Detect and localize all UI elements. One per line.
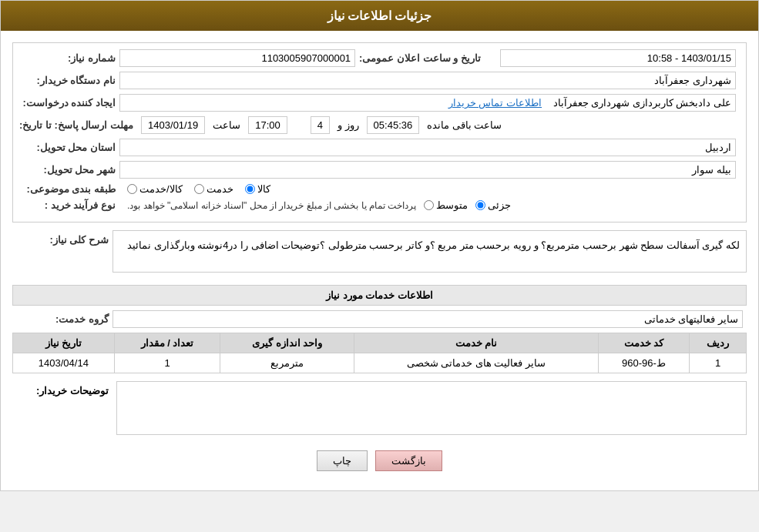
province-value: اردبیل <box>119 139 736 156</box>
creator-value: علی دادبخش کاربردازی شهرداری جعفرآباد اط… <box>119 94 736 112</box>
table-header: ردیف کد خدمت نام خدمت واحد اندازه گیری ت… <box>13 333 747 353</box>
process-option-minor[interactable]: جزئی <box>475 199 511 211</box>
row-service-group: گروه خدمت: سایر فعالیتهای خدماتی <box>12 310 747 328</box>
table-row: 1 ط-96-960 سایر فعالیت های خدماتی شخصی م… <box>13 353 747 373</box>
col-name: نام خدمت <box>354 333 599 353</box>
comments-textarea[interactable] <box>116 381 747 435</box>
page-container: جزئیات اطلاعات نیاز شماره نیاز: 11030059… <box>0 0 759 491</box>
cell-date: 1403/04/14 <box>13 353 115 373</box>
cell-row: 1 <box>690 353 747 373</box>
need-number-label: شماره نیاز: <box>19 52 119 64</box>
col-code: کد خدمت <box>598 333 689 353</box>
cell-code: ط-96-960 <box>598 353 689 373</box>
deadline-date: 1403/01/19 <box>141 116 205 134</box>
row-process: نوع فرآیند خرید : پرداخت تمام یا بخشی از… <box>19 199 740 211</box>
col-row: ردیف <box>690 333 747 353</box>
deadline-remaining: 05:45:36 <box>367 116 420 134</box>
content-area: شماره نیاز: 1103005907000001 تاریخ و ساع… <box>1 31 758 490</box>
comments-row: توضیحات خریدار: <box>12 381 747 435</box>
comments-section: توضیحات خریدار: <box>12 381 747 435</box>
main-info-section: شماره نیاز: 1103005907000001 تاریخ و ساع… <box>12 42 747 223</box>
category-option-khedmat[interactable]: خدمت <box>194 183 233 195</box>
back-button[interactable]: بازگشت <box>375 450 442 471</box>
category-option-kala[interactable]: کالا <box>245 183 270 195</box>
category-radio-group: کالا/خدمت خدمت کالا <box>127 183 270 195</box>
service-group-label: گروه خدمت: <box>12 313 113 325</box>
row-description: شرح کلی نیاز: لکه گیری آسفالت سطح شهر بر… <box>12 230 747 280</box>
creator-label: ایجاد کننده درخواست: <box>19 97 119 109</box>
services-table: ردیف کد خدمت نام خدمت واحد اندازه گیری ت… <box>12 333 747 373</box>
announcement-label: تاریخ و ساعت اعلان عمومی: <box>359 52 485 64</box>
row-city: شهر محل تحویل: بیله سوار <box>19 161 740 179</box>
row-buyer-org: نام دستگاه خریدار: شهرداری جعفرآباد <box>19 72 740 89</box>
page-header: جزئیات اطلاعات نیاز <box>1 1 758 31</box>
row-province: استان محل تحویل: اردبیل <box>19 139 740 156</box>
table-body: 1 ط-96-960 سایر فعالیت های خدماتی شخصی م… <box>13 353 747 373</box>
buyer-org-value: شهرداری جعفرآباد <box>119 72 736 89</box>
city-label: شهر محل تحویل: <box>19 164 119 176</box>
services-section-title: اطلاعات خدمات مورد نیاز <box>12 285 747 306</box>
comments-label: توضیحات خریدار: <box>12 381 113 396</box>
process-option-medium[interactable]: متوسط <box>424 199 468 211</box>
process-label: نوع فرآیند خرید : <box>19 199 119 211</box>
process-note: پرداخت تمام یا بخشی از مبلغ خریدار از مح… <box>127 200 416 211</box>
cell-name: سایر فعالیت های خدماتی شخصی <box>354 353 599 373</box>
announcement-value: 1403/01/15 - 10:58 <box>500 49 736 67</box>
buyer-org-label: نام دستگاه خریدار: <box>19 75 119 86</box>
process-options: پرداخت تمام یا بخشی از مبلغ خریدار از مح… <box>127 199 740 211</box>
deadline-days: 4 <box>311 116 330 134</box>
category-label: طبقه بندی موضوعی: <box>19 183 119 195</box>
description-label: شرح کلی نیاز: <box>12 230 113 246</box>
col-unit: واحد اندازه گیری <box>220 333 354 353</box>
contact-link[interactable]: اطلاعات تماس خریدار <box>448 97 542 109</box>
service-group-value: سایر فعالیتهای خدماتی <box>113 310 743 328</box>
description-text: لکه گیری آسفالت سطح شهر برحسب مترمربع؟ و… <box>113 230 747 273</box>
row-deadline: مهلت ارسال پاسخ: تا تاریخ: 1403/01/19 سا… <box>19 116 740 134</box>
row-category: طبقه بندی موضوعی: کالا/خدمت خدمت کالا <box>19 183 740 195</box>
province-label: استان محل تحویل: <box>19 142 119 153</box>
print-button[interactable]: چاپ <box>317 450 368 471</box>
col-qty: تعداد / مقدار <box>114 333 220 353</box>
cell-unit: مترمربع <box>220 353 354 373</box>
row-creator: ایجاد کننده درخواست: علی دادبخش کاربرداز… <box>19 94 740 112</box>
deadline-days-label: روز و <box>334 119 363 131</box>
deadline-time: 17:00 <box>248 116 287 134</box>
deadline-remaining-label: ساعت باقی مانده <box>423 119 505 131</box>
deadline-label: مهلت ارسال پاسخ: تا تاریخ: <box>19 119 137 131</box>
category-option-kala-khedmat[interactable]: کالا/خدمت <box>127 183 183 195</box>
col-date: تاریخ نیاز <box>13 333 115 353</box>
cell-qty: 1 <box>114 353 220 373</box>
deadline-time-label: ساعت <box>209 119 244 131</box>
buttons-row: بازگشت چاپ <box>12 443 747 479</box>
page-title: جزئیات اطلاعات نیاز <box>327 9 432 22</box>
row-need-number: شماره نیاز: 1103005907000001 تاریخ و ساع… <box>19 49 740 67</box>
services-section: اطلاعات خدمات مورد نیاز گروه خدمت: سایر … <box>12 285 747 373</box>
need-number-value: 1103005907000001 <box>119 49 355 67</box>
city-value: بیله سوار <box>119 161 736 179</box>
